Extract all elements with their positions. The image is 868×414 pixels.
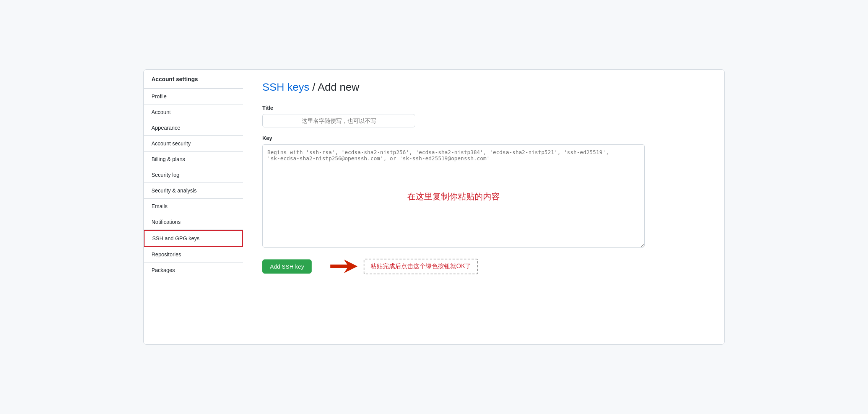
key-textarea[interactable] bbox=[262, 144, 645, 248]
main-content: SSH keys / Add new Title Key 在这里复制你粘贴的内容… bbox=[243, 70, 724, 344]
sidebar-item-security-log[interactable]: Security log bbox=[144, 167, 243, 183]
svg-marker-0 bbox=[330, 259, 358, 273]
breadcrumb-link[interactable]: SSH keys bbox=[262, 81, 309, 93]
sidebar-item-repositories[interactable]: Repositories bbox=[144, 247, 243, 262]
sidebar-item-billing-plans[interactable]: Billing & plans bbox=[144, 152, 243, 167]
submit-row: Add SSH key 粘贴完成后点击这个绿色按钮就OK了 bbox=[262, 257, 705, 276]
title-input[interactable] bbox=[262, 114, 415, 127]
sidebar-heading: Account settings bbox=[144, 70, 243, 89]
arrow-hint-container: 粘贴完成后点击这个绿色按钮就OK了 bbox=[327, 257, 478, 276]
sidebar-item-appearance[interactable]: Appearance bbox=[144, 120, 243, 136]
sidebar-item-emails[interactable]: Emails bbox=[144, 199, 243, 214]
key-label: Key bbox=[262, 135, 705, 141]
sidebar-item-profile[interactable]: Profile bbox=[144, 89, 243, 104]
sidebar-item-security-analysis[interactable]: Security & analysis bbox=[144, 183, 243, 199]
sidebar-item-packages[interactable]: Packages bbox=[144, 262, 243, 278]
title-label: Title bbox=[262, 105, 705, 111]
page-title: SSH keys / Add new bbox=[262, 81, 705, 93]
arrow-icon bbox=[327, 257, 358, 276]
key-textarea-wrapper: 在这里复制你粘贴的内容 bbox=[262, 144, 645, 249]
sidebar-item-account-security[interactable]: Account security bbox=[144, 136, 243, 152]
hint-box: 粘贴完成后点击这个绿色按钮就OK了 bbox=[364, 259, 478, 274]
sidebar-item-ssh-gpg-keys[interactable]: SSH and GPG keys bbox=[144, 230, 243, 247]
sidebar-item-account[interactable]: Account bbox=[144, 104, 243, 120]
title-form-group: Title bbox=[262, 105, 705, 127]
add-ssh-key-button[interactable]: Add SSH key bbox=[262, 259, 312, 274]
sidebar-item-notifications[interactable]: Notifications bbox=[144, 214, 243, 230]
sidebar: Account settings Profile Account Appeara… bbox=[144, 70, 243, 344]
key-form-group: Key 在这里复制你粘贴的内容 bbox=[262, 135, 705, 249]
breadcrumb-current: / Add new bbox=[312, 81, 359, 93]
page-container: Account settings Profile Account Appeara… bbox=[143, 69, 725, 345]
